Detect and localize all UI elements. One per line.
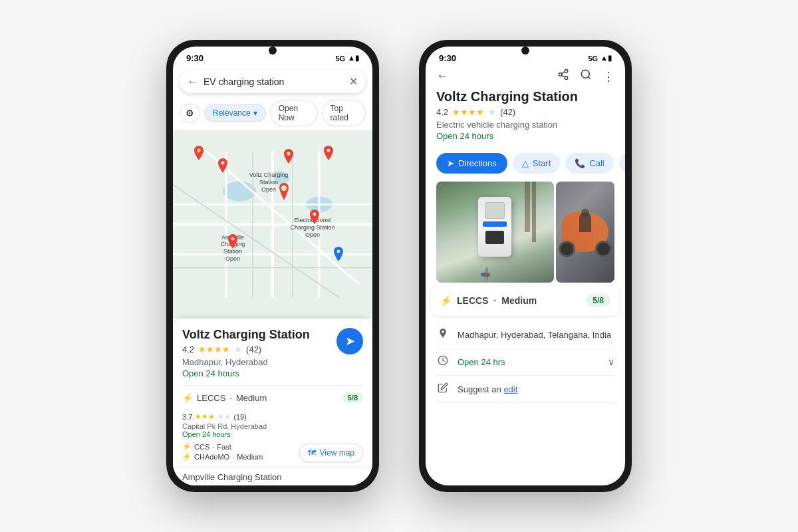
second-rating-num: 3.7 bbox=[182, 413, 192, 421]
charger-separator: · bbox=[229, 393, 232, 403]
search-text: EV charging station bbox=[203, 76, 344, 87]
charger-type-detail: LECCS bbox=[457, 295, 488, 306]
rating-number: 4.2 bbox=[182, 344, 194, 354]
edit-icon bbox=[436, 382, 450, 396]
card-address: Madhapur, Hyderabad bbox=[182, 357, 363, 367]
detail-list-items: Madhapur, Hyderabad, Telangana, India Op… bbox=[426, 316, 625, 408]
directions-label: Directions bbox=[458, 158, 497, 168]
charger-left-detail: ⚡ LECCS · Medium bbox=[440, 295, 537, 306]
directions-button[interactable]: ➤ Directions bbox=[436, 153, 507, 174]
search-clear-icon[interactable]: ✕ bbox=[349, 75, 358, 88]
search-back-icon[interactable]: ← bbox=[188, 76, 198, 88]
view-map-label: View map bbox=[320, 448, 354, 458]
charger-info-card: ⚡ LECCS · Medium 5/8 bbox=[431, 285, 620, 316]
svg-text:⚡: ⚡ bbox=[282, 186, 287, 192]
detail-rating-num: 4.2 bbox=[436, 107, 448, 117]
filter-icon-button[interactable]: ⚙ bbox=[180, 104, 200, 122]
review-count: (42) bbox=[246, 344, 261, 354]
phone1-content: ← EV charging station ✕ ⚙ Relevance ▾ Op… bbox=[173, 66, 372, 485]
start-button[interactable]: △ Start bbox=[513, 153, 560, 174]
map-pin-5 bbox=[309, 209, 321, 224]
detail-stars: ★★★★ bbox=[452, 107, 484, 117]
clock-icon bbox=[436, 355, 450, 368]
second-stars: ★★★ bbox=[195, 412, 215, 421]
detail-title: Voltz Charging Station bbox=[436, 89, 614, 104]
call-label: Call bbox=[589, 158, 604, 168]
bolt-icon-3: ⚡ bbox=[182, 452, 192, 461]
map-pin-3 bbox=[283, 149, 295, 164]
phone-notch-2 bbox=[521, 47, 529, 55]
bolt-icon-detail: ⚡ bbox=[440, 295, 452, 306]
edit-link[interactable]: edit bbox=[503, 384, 517, 394]
search-icon[interactable] bbox=[580, 68, 592, 84]
svg-line-21 bbox=[561, 75, 565, 77]
third-listing-name: Ampville Charging Station bbox=[182, 472, 282, 482]
bolt-icon-card: ⚡ bbox=[182, 393, 193, 403]
card-divider bbox=[182, 385, 363, 386]
map-pin-1: ⚡ bbox=[193, 146, 205, 160]
suggest-edit-item[interactable]: Suggest an edit bbox=[436, 376, 614, 403]
hours-chevron[interactable]: ∨ bbox=[608, 356, 614, 367]
map-area[interactable]: Voltz ChargingStationOpen Electric Boost… bbox=[173, 130, 372, 319]
charger-speed-detail: Medium bbox=[501, 295, 537, 306]
svg-line-22 bbox=[561, 72, 565, 74]
bottom-card: Voltz Charging Station 4.2 ★★★★★ (42) Ma… bbox=[173, 319, 372, 406]
call-button[interactable]: 📞 Call bbox=[565, 153, 613, 174]
charger-row-detail: ⚡ LECCS · Medium 5/8 bbox=[440, 292, 610, 309]
call-icon: 📞 bbox=[575, 158, 585, 168]
directions-icon: ➤ bbox=[447, 158, 454, 168]
start-label: Start bbox=[533, 158, 551, 168]
card-rating: 4.2 ★★★★★ (42) bbox=[182, 344, 363, 354]
card-charger-row: ⚡ LECCS · Medium 5/8 bbox=[182, 392, 363, 403]
open-now-filter[interactable]: Open Now bbox=[270, 100, 318, 126]
card-hours: Open 24 hours bbox=[182, 368, 363, 378]
map-pin-voltz: ⚡ bbox=[277, 183, 291, 200]
availability-badge-detail: 5/8 bbox=[586, 295, 610, 307]
charger-speed: Medium bbox=[236, 393, 267, 403]
phone-2-screen: 9:30 5G ▲▮ ← bbox=[426, 47, 625, 485]
second-listing-area: 3.7 ★★★★★ (19) Capital Pk Rd, Hyderabad … bbox=[173, 406, 372, 467]
availability-badge: 5/8 bbox=[342, 392, 363, 403]
svg-line-24 bbox=[588, 76, 590, 78]
charger-type: LECCS bbox=[197, 393, 225, 403]
detail-actions: ⋮ bbox=[557, 68, 614, 84]
second-charger-2: ⚡ CHAdeMO · Medium bbox=[182, 452, 263, 461]
hours-text: Open 24 hrs bbox=[458, 357, 600, 367]
detail-hours-item[interactable]: Open 24 hrs ∨ bbox=[436, 348, 614, 376]
second-address: Capital Pk Rd, Hyderabad bbox=[182, 422, 363, 430]
map-icon: 🗺 bbox=[308, 448, 316, 458]
view-map-button[interactable]: 🗺 View map bbox=[299, 444, 363, 462]
filter-row: ⚙ Relevance ▾ Open Now Top rated bbox=[173, 97, 372, 130]
share-icon[interactable] bbox=[557, 68, 569, 84]
charger-sep-detail: · bbox=[493, 295, 496, 306]
card-nav-button[interactable]: ➤ bbox=[336, 328, 363, 354]
search-bar[interactable]: ← EV charging station ✕ bbox=[180, 70, 366, 93]
network-indicator-1: 5G bbox=[335, 55, 345, 63]
more-options-icon[interactable]: ⋮ bbox=[602, 69, 614, 84]
detail-address-item: Madhapur, Hyderabad, Telangana, India bbox=[436, 321, 614, 348]
svg-point-19 bbox=[559, 73, 562, 76]
start-icon: △ bbox=[522, 158, 529, 168]
photo-main[interactable] bbox=[436, 182, 554, 283]
action-buttons-row: ➤ Directions △ Start 📞 Call 🔖 bbox=[426, 148, 625, 179]
detail-type: Electric vehicle charging station bbox=[436, 120, 614, 130]
second-charger-1-col: ⚡ CCS · Fast ⚡ CHAdeMO · Medium bbox=[182, 441, 263, 462]
top-rated-filter[interactable]: Top rated bbox=[322, 100, 366, 126]
page-container: 9:30 5G ▲▮ ← EV charging station ✕ ⚙ R bbox=[0, 0, 798, 532]
save-button[interactable]: 🔖 bbox=[619, 153, 625, 174]
relevance-label: Relevance bbox=[213, 108, 251, 118]
detail-rating-row: 4.2 ★★★★★ (42) bbox=[436, 107, 614, 117]
status-icons-1: 5G ▲▮ bbox=[335, 54, 359, 63]
relevance-chevron: ▾ bbox=[253, 108, 257, 118]
detail-header: ← bbox=[426, 66, 625, 89]
map-pin-4 bbox=[323, 146, 334, 160]
phone-1: 9:30 5G ▲▮ ← EV charging station ✕ ⚙ R bbox=[166, 40, 379, 492]
third-listing-partial: Ampville Charging Station bbox=[173, 467, 372, 485]
phone2-content: ← bbox=[426, 66, 625, 485]
phone-notch bbox=[269, 47, 277, 55]
second-review-count: (19) bbox=[233, 413, 247, 421]
bolt-icon-2: ⚡ bbox=[182, 442, 192, 451]
photo-secondary[interactable] bbox=[556, 182, 614, 283]
relevance-filter[interactable]: Relevance ▾ bbox=[204, 104, 266, 122]
detail-back-button[interactable]: ← bbox=[436, 69, 448, 83]
